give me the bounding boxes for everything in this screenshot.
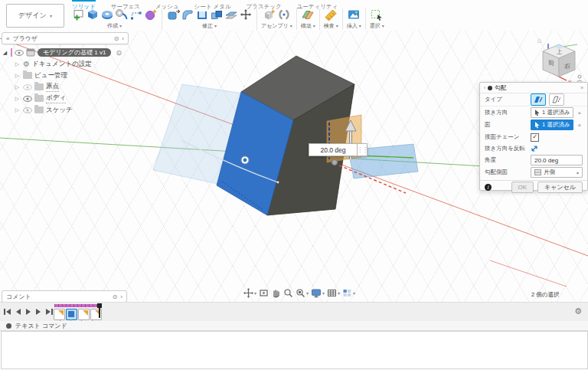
viewports-icon[interactable]: ▾ <box>342 288 355 298</box>
cancel-button[interactable]: キャンセル <box>537 182 583 193</box>
tree-root-row[interactable]: ◢ モデリングの基礎 1 v1 ⊙ <box>2 47 129 58</box>
group-create-label[interactable]: 作成 ▾ <box>107 22 122 30</box>
pan-icon[interactable] <box>271 288 281 298</box>
shell-icon[interactable] <box>195 8 209 21</box>
look-at-icon[interactable] <box>259 288 269 298</box>
group-modify-label[interactable]: 修正 ▾ <box>202 22 217 30</box>
group-construct-label[interactable]: 構築 ▾ <box>301 22 315 30</box>
extrude-icon[interactable] <box>86 8 100 21</box>
timeline-group-bar[interactable] <box>54 304 99 307</box>
expand-arrow-icon[interactable]: ▷ <box>14 107 21 113</box>
eye-icon[interactable] <box>15 50 24 56</box>
move-copy-icon[interactable] <box>239 8 253 21</box>
eye-icon[interactable] <box>23 96 32 102</box>
tree-row-document-settings[interactable]: ▷ ⚙ ドキュメントの設定 <box>2 58 129 70</box>
select-window-icon[interactable] <box>370 8 384 21</box>
clear-selection-icon[interactable]: × <box>577 122 581 129</box>
root-document-name[interactable]: モデリングの基礎 1 v1 <box>38 48 111 57</box>
grid-settings-icon[interactable]: ▾ <box>327 288 340 298</box>
tree-row-bodies[interactable]: ▷ ボディ <box>2 93 129 104</box>
group-inspect-label[interactable]: 検査 ▾ <box>324 22 338 30</box>
create-sketch-icon[interactable] <box>71 8 85 21</box>
group-inspect: 検査 ▾ <box>320 8 343 30</box>
fillet-icon[interactable] <box>181 8 194 21</box>
design-workspace-button[interactable]: デザイン ▾ <box>6 4 64 28</box>
browser-header[interactable]: « ブラウザ ⊙ › <box>2 32 129 44</box>
panel-target-icon[interactable]: ⊙ <box>113 293 118 300</box>
viewcube-top-label[interactable]: 上 <box>557 49 562 54</box>
fit-icon[interactable]: ▾ <box>296 288 309 298</box>
timeline-feature-extrude-selected[interactable] <box>66 309 77 320</box>
timeline-playhead-stem[interactable] <box>99 303 100 318</box>
expand-arrow-icon[interactable]: ▷ <box>14 84 21 90</box>
expand-arrow-icon[interactable]: ▷ <box>14 73 21 79</box>
revolve-icon[interactable] <box>100 8 114 21</box>
step-forward-button[interactable] <box>36 309 41 315</box>
expand-arrow-icon[interactable]: ▷ <box>14 61 21 67</box>
in-place-edit-icon[interactable]: ⊙ <box>116 49 122 57</box>
undock-arrow-icon[interactable]: » <box>580 85 583 90</box>
tree-row-origin[interactable]: ▷ 原点 <box>2 81 129 93</box>
step-back-button[interactable] <box>16 309 21 315</box>
tree-row-named-views[interactable]: ▷ ビュー管理 <box>2 70 129 81</box>
tangent-chain-checkbox[interactable]: ✓ <box>531 133 539 142</box>
expand-arrow-icon[interactable]: ▷ <box>14 96 21 102</box>
draft-dialog-titlebar[interactable]: ‹ 勾配 » <box>480 83 587 93</box>
timeline-gear-icon[interactable]: ⚙ <box>574 306 582 316</box>
display-settings-icon[interactable]: ▾ <box>311 288 325 298</box>
pull-direction-selection-chip[interactable]: 1 選択済み <box>531 107 573 118</box>
press-pull-icon[interactable] <box>166 8 180 21</box>
dock-arrow-icon[interactable]: ‹ <box>484 85 485 90</box>
go-to-start-button[interactable] <box>4 309 11 315</box>
flip-direction-icon[interactable] <box>531 145 538 152</box>
view-cube[interactable]: ⌂ 上 前 右 X <box>531 34 586 87</box>
play-button[interactable] <box>26 309 31 315</box>
faces-selection-chip[interactable]: 1 選択済み <box>531 120 573 130</box>
group-insert-label[interactable]: 挿入 ▾ <box>347 22 361 30</box>
draft-type-parting-line-button[interactable] <box>549 93 564 106</box>
manipulator-origin-ball[interactable] <box>332 160 338 165</box>
viewcube-front-label[interactable]: 前 <box>548 59 554 67</box>
combine-icon[interactable] <box>210 8 224 21</box>
viewport-canvas[interactable]: 20.0 deg ⋮⋮ « ブラウザ ⊙ › ◢ モデリングの基礎 1 v1 ⊙ <box>0 31 588 302</box>
insert-image-icon[interactable] <box>347 8 361 21</box>
zoom-icon[interactable] <box>283 288 293 298</box>
go-to-end-button[interactable] <box>46 309 53 315</box>
tree-row-sketches[interactable]: ▷ スケッチ <box>2 104 129 116</box>
clear-selection-icon[interactable]: × <box>577 110 581 116</box>
text-commands-input[interactable] <box>1 331 588 369</box>
comments-header[interactable]: コメント ⊙ › <box>2 290 127 303</box>
panel-target-icon[interactable]: ⊙ <box>114 35 119 42</box>
create-form-icon[interactable] <box>144 8 158 21</box>
person-icon[interactable] <box>577 75 583 82</box>
offset-face-icon[interactable] <box>224 8 238 21</box>
eye-hidden-icon[interactable] <box>23 84 32 90</box>
timeline-feature-sketch[interactable] <box>78 309 90 320</box>
ok-button[interactable]: OK <box>511 182 534 193</box>
joint-icon[interactable] <box>277 8 291 21</box>
measure-icon[interactable] <box>324 8 338 21</box>
panel-expand-icon[interactable]: › <box>122 35 124 42</box>
draft-type-fixed-plane-button[interactable] <box>531 93 546 106</box>
collapse-panel-icon[interactable]: « <box>6 35 9 42</box>
info-icon[interactable]: i <box>485 184 492 191</box>
construction-plane-icon[interactable] <box>301 8 315 21</box>
pipe-icon[interactable] <box>129 8 143 21</box>
draft-side-dropdown[interactable]: 片側 ▾ <box>531 167 583 178</box>
panel-expand-icon[interactable]: › <box>120 293 122 300</box>
angle-input[interactable]: 20.0 deg <box>309 143 358 156</box>
viewcube-right-label[interactable]: 右 <box>564 62 570 70</box>
timeline-feature-sketch[interactable] <box>54 309 65 320</box>
faces-row: 面 1 選択済み × <box>480 119 587 131</box>
home-icon[interactable]: ⌂ <box>537 37 541 44</box>
angle-value-input[interactable]: 20.0 deg <box>531 155 583 165</box>
group-select-label[interactable]: 選択 ▾ <box>370 22 384 30</box>
angle-drag-grip[interactable]: ⋮⋮ <box>358 143 368 156</box>
new-component-icon[interactable] <box>263 8 276 21</box>
eye-icon[interactable] <box>23 107 32 113</box>
expand-arrow-icon[interactable]: ◢ <box>2 50 8 56</box>
text-commands-header[interactable]: テキスト コマンド <box>0 321 588 331</box>
orbit-icon[interactable]: ▾ <box>243 288 256 298</box>
sweep-icon[interactable] <box>115 8 129 21</box>
group-assemble-label[interactable]: アセンブリ ▾ <box>261 22 292 30</box>
